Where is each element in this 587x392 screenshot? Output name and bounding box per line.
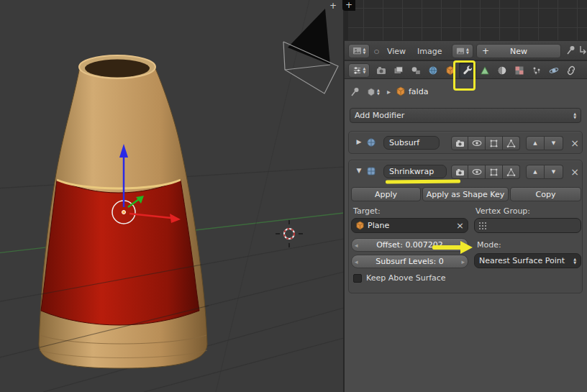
delete-shrinkwrap-button[interactable]: ×: [569, 165, 581, 179]
menu-view[interactable]: View: [387, 44, 406, 58]
modifier-panel-shrinkwrap: ▼ Shrinkwrap ▲ ▼: [348, 160, 583, 293]
editor-type-button[interactable]: ▲▼: [348, 44, 370, 58]
physics-icon: [549, 65, 559, 76]
subsurf-modifier-icon: [366, 137, 376, 150]
breadcrumb-object-name: falda: [409, 87, 428, 96]
tab-constraints[interactable]: [563, 63, 580, 78]
pin-context-button[interactable]: [350, 86, 360, 99]
tab-object[interactable]: [442, 63, 459, 78]
subsurf-reorder: ▲ ▼: [526, 136, 563, 150]
mesh-data-icon: [480, 65, 490, 76]
subsurf-name-field[interactable]: Subsurf: [383, 136, 440, 150]
editor-type-arrows-icon: ▲▼: [363, 47, 366, 55]
breadcrumb-separator-icon: ▸: [387, 88, 391, 96]
vertex-group-icon: [478, 222, 487, 230]
region-divider[interactable]: [343, 0, 345, 392]
panel-corner-plus-icon[interactable]: +: [342, 0, 355, 11]
viewport-canvas[interactable]: [0, 0, 344, 392]
material-icon: [497, 65, 507, 76]
3d-viewport[interactable]: [0, 0, 344, 392]
target-label: Target:: [353, 206, 381, 216]
cage-icon: [506, 139, 516, 148]
properties-header: ▲▼: [344, 60, 587, 79]
image-editor-icon: [352, 47, 362, 55]
object-cube-icon: [396, 86, 406, 96]
new-image-button[interactable]: + New: [476, 44, 561, 58]
mode-dropdown[interactable]: Nearest Surface Point ▲▼: [474, 253, 581, 268]
browse-arrows-icon: ▲▼: [466, 47, 469, 55]
tab-particles[interactable]: [528, 63, 545, 78]
camera-icon: [455, 140, 465, 147]
keep-above-surface-checkbox[interactable]: [353, 274, 362, 283]
vertex-group-field[interactable]: [474, 218, 581, 233]
move-up-button[interactable]: ▲: [526, 165, 545, 179]
shrinkwrap-name-field[interactable]: Shrinkwrap: [383, 165, 447, 178]
viewport-visibility-toggle[interactable]: [468, 165, 486, 179]
target-object-picker[interactable]: Plane ×: [351, 218, 468, 233]
camera-object[interactable]: [283, 9, 338, 94]
tab-modifiers[interactable]: [459, 63, 476, 78]
on-cage-toggle[interactable]: [503, 165, 520, 179]
edit-mode-toggle[interactable]: [486, 165, 503, 179]
tab-render-layers[interactable]: [390, 63, 407, 78]
properties-editor-type-button[interactable]: ▲▼: [348, 63, 370, 78]
slider-increment-icon[interactable]: ▸: [461, 242, 465, 249]
tab-material[interactable]: [493, 63, 511, 78]
tab-physics[interactable]: [545, 63, 563, 78]
vertex-group-label: Vertex Group:: [475, 206, 530, 216]
offset-slider[interactable]: ◂ Offset: 0.007202 ▸: [351, 238, 468, 252]
wrench-icon: [463, 65, 473, 76]
move-down-button[interactable]: ▼: [545, 136, 563, 150]
new-image-label: New: [510, 47, 527, 56]
copy-button[interactable]: Copy: [510, 187, 581, 201]
scene-icon: [411, 65, 421, 76]
header-circle-icon[interactable]: ○: [374, 44, 379, 58]
menu-image[interactable]: Image: [417, 44, 442, 58]
expand-subsurf-button[interactable]: ▶: [355, 138, 363, 145]
pin-image-button[interactable]: [565, 45, 576, 58]
offset-value: Offset: 0.007202: [376, 240, 443, 250]
delete-subsurf-button[interactable]: ×: [569, 136, 581, 150]
tab-render[interactable]: [373, 63, 390, 78]
clear-target-button[interactable]: ×: [456, 220, 464, 231]
render-visibility-toggle[interactable]: [451, 136, 468, 150]
subsurf-levels-slider[interactable]: ◂ Subsurf Levels: 0 ▸: [351, 255, 468, 268]
move-up-button[interactable]: ▲: [526, 136, 545, 150]
apply-button[interactable]: Apply: [351, 187, 421, 201]
uv-image-editor-canvas[interactable]: [348, 0, 587, 40]
cage-icon: [506, 168, 516, 177]
object-cube-icon: [445, 65, 455, 76]
apply-as-shape-key-button[interactable]: Apply as Shape Key: [422, 187, 509, 201]
object-icon: [396, 86, 406, 99]
slider-increment-icon[interactable]: ▸: [461, 258, 465, 265]
slider-decrement-icon[interactable]: ◂: [355, 258, 358, 265]
header-extra-icon[interactable]: [579, 45, 586, 57]
viewport-corner-plus-icon[interactable]: +: [327, 1, 339, 11]
tab-world[interactable]: [424, 63, 442, 78]
context-browse-button[interactable]: ▲▼: [364, 85, 383, 99]
dropdown-arrows-icon: ▲▼: [573, 257, 576, 265]
object-cube-icon: [355, 221, 365, 230]
edit-mode-toggle[interactable]: [486, 136, 503, 150]
tab-object-data[interactable]: [476, 63, 493, 78]
tab-texture[interactable]: [511, 63, 528, 78]
on-cage-toggle[interactable]: [503, 136, 520, 150]
viewport-visibility-toggle[interactable]: [468, 136, 486, 150]
collapse-shrinkwrap-button[interactable]: ▼: [355, 167, 363, 174]
image-browse-icon: [456, 47, 465, 55]
add-modifier-dropdown[interactable]: Add Modifier ▲▼: [350, 108, 581, 123]
tab-scene[interactable]: [407, 63, 424, 78]
eye-icon: [472, 139, 482, 147]
slider-decrement-icon[interactable]: ◂: [355, 242, 358, 249]
properties-editor-icon: [352, 66, 362, 75]
context-object-icon: [367, 88, 376, 96]
move-down-button[interactable]: ▼: [545, 165, 563, 179]
eye-icon: [472, 168, 482, 176]
edit-mode-icon: [489, 139, 499, 148]
plus-icon: +: [482, 46, 489, 56]
render-visibility-toggle[interactable]: [451, 165, 468, 179]
right-panel: ▲▼ ○ View Image ▲▼ + New: [344, 0, 587, 392]
browse-image-button[interactable]: ▲▼: [452, 44, 473, 58]
mode-value: Nearest Surface Point: [479, 256, 565, 265]
keep-above-surface-checkbox-row[interactable]: Keep Above Surface: [353, 273, 446, 283]
